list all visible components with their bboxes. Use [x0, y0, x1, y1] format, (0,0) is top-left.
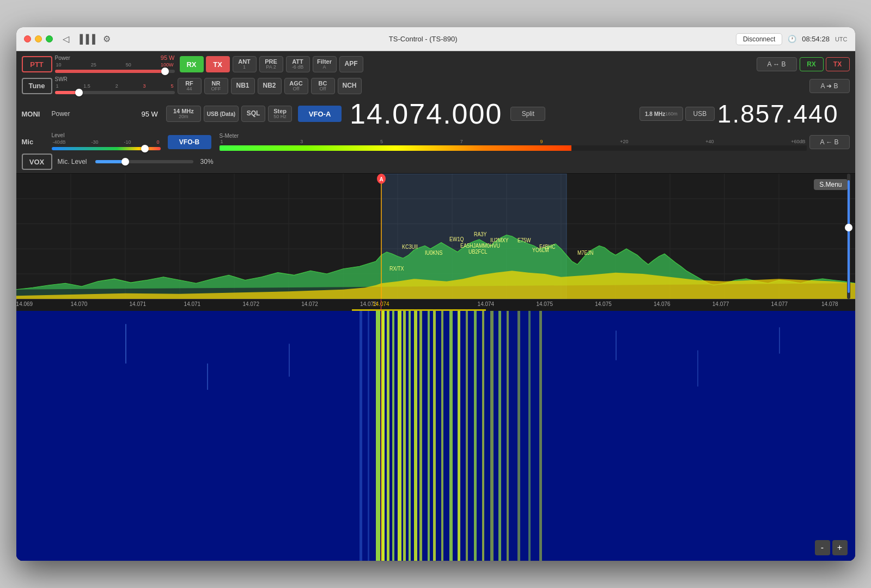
- mic-level-label: Mic. Level: [58, 158, 87, 166]
- svg-rect-61: [539, 311, 542, 561]
- ab-swap-button[interactable]: A ↔ B: [757, 57, 797, 71]
- tx-right-button[interactable]: TX: [826, 57, 850, 71]
- freq-a-display[interactable]: 14.074.000: [350, 97, 502, 130]
- svg-rect-46: [414, 311, 417, 561]
- svg-rect-58: [507, 311, 509, 561]
- freq-b-display[interactable]: 1.857.440: [717, 99, 839, 128]
- waterfall-view[interactable]: - +: [16, 311, 855, 561]
- nr-button[interactable]: NR OFF: [204, 78, 228, 94]
- swr-slider-area: SWR 11.5235: [55, 76, 175, 95]
- svg-text:KC3UII: KC3UII: [402, 243, 418, 250]
- svg-text:E75W: E75W: [517, 237, 531, 244]
- ant-button[interactable]: ANT 1: [233, 56, 257, 72]
- vfo-a-button[interactable]: VFO-A: [298, 106, 342, 122]
- att-button[interactable]: ATT -6 dB: [286, 56, 310, 72]
- apf-button[interactable]: APF: [339, 56, 363, 72]
- nb1-button[interactable]: NB1: [231, 78, 255, 94]
- level-ticks: -40dB-30-100: [52, 139, 161, 145]
- band-button[interactable]: 1.8 MHz 160m: [639, 107, 683, 121]
- settings-icon[interactable]: ⚙: [103, 34, 111, 44]
- vox-button[interactable]: VOX: [22, 154, 52, 170]
- tx-button[interactable]: TX: [206, 56, 230, 72]
- freq-axis-inner: 14.069 14.070 14.071 14.071 14.072 14.07…: [16, 299, 855, 311]
- spectrum-container: A RX/TX RA3Y IU2MXY KC3UII EW1Q EA5HJAMM…: [16, 174, 855, 561]
- a-to-b-button[interactable]: A ➜ B: [809, 79, 850, 93]
- svg-rect-49: [433, 311, 436, 561]
- svg-text:YO6LM: YO6LM: [532, 247, 549, 253]
- power-ticks: 102550100W: [55, 62, 175, 68]
- window-title: TS-Control - (TS-890): [115, 35, 732, 43]
- zoom-controls: - +: [815, 540, 848, 555]
- smeter-bar: [220, 145, 807, 151]
- svg-rect-55: [482, 311, 484, 561]
- nch-button[interactable]: NCH: [338, 78, 362, 94]
- time-display: 08:54:28: [802, 35, 830, 43]
- smeter-label: S-Meter: [220, 133, 239, 139]
- maximize-button[interactable]: [46, 35, 53, 42]
- filter-button[interactable]: Filter A: [313, 56, 337, 72]
- a-from-b-button[interactable]: A ← B: [809, 135, 850, 149]
- agc-button[interactable]: AGC Off: [284, 78, 308, 94]
- freq-axis-marker: [381, 299, 381, 311]
- smeter-area: S-Meter 13579+20+40+60dB: [220, 133, 807, 151]
- power-reading: 95 W: [142, 110, 158, 118]
- svg-rect-65: [616, 330, 617, 360]
- rx-right-button[interactable]: RX: [800, 57, 824, 71]
- svg-rect-64: [289, 344, 290, 376]
- vfo-b-button[interactable]: VFO-B: [168, 135, 211, 149]
- close-button[interactable]: [24, 35, 31, 42]
- svg-rect-60: [528, 311, 531, 561]
- rx-tx-right-group: RX TX: [800, 57, 850, 71]
- sql-button[interactable]: SQL: [241, 106, 265, 122]
- spectrum-scroll-thumb[interactable]: [845, 224, 852, 231]
- rf-button[interactable]: RF 44: [178, 78, 202, 94]
- svg-rect-53: [466, 311, 468, 561]
- spectrum-svg: A RX/TX RA3Y IU2MXY KC3UII EW1Q EA5HJAMM…: [16, 174, 855, 299]
- freq-band-button[interactable]: 14 MHz 20m: [166, 106, 201, 122]
- row-3: MONI Power 95 W 14 MHz 20m USB (Data) SQ…: [22, 97, 850, 130]
- usb-button[interactable]: USB: [685, 107, 715, 121]
- svg-text:RA3Y: RA3Y: [474, 231, 487, 237]
- power-track[interactable]: [55, 70, 175, 73]
- rx-tx-group: RX TX: [180, 56, 230, 72]
- minimize-button[interactable]: [35, 35, 42, 42]
- svg-rect-67: [779, 327, 780, 353]
- mic-label: Mic: [22, 138, 49, 146]
- smenu-button[interactable]: S.Menu: [814, 179, 847, 190]
- svg-rect-39: [376, 311, 380, 561]
- main-window: ◁ ▐▐▐ ⚙ TS-Control - (TS-890) Disconnect…: [16, 27, 855, 561]
- svg-text:M7EJN: M7EJN: [577, 250, 593, 256]
- step-button[interactable]: Step 50 Hz: [268, 106, 292, 122]
- swr-track[interactable]: [55, 91, 175, 94]
- svg-rect-48: [428, 311, 430, 561]
- svg-text:IU0KNS: IU0KNS: [425, 250, 443, 256]
- svg-rect-43: [398, 311, 401, 561]
- ptt-button[interactable]: PTT: [22, 56, 52, 72]
- svg-rect-66: [697, 350, 698, 386]
- usb-data-button[interactable]: USB (Data): [204, 106, 239, 122]
- mic-level-track[interactable]: [95, 160, 193, 163]
- split-button[interactable]: Split: [510, 107, 545, 121]
- spectrum-view[interactable]: A RX/TX RA3Y IU2MXY KC3UII EW1Q EA5HJAMM…: [16, 174, 855, 299]
- svg-text:EA5HJAMM0HVU: EA5HJAMM0HVU: [460, 242, 500, 249]
- signal-icon: ▐▐▐: [77, 34, 95, 44]
- zoom-in-button[interactable]: +: [832, 540, 848, 555]
- disconnect-button[interactable]: Disconnect: [736, 33, 782, 45]
- power-text-label: Power: [52, 110, 95, 118]
- zoom-out-button[interactable]: -: [815, 540, 830, 555]
- swr-label: SWR: [55, 76, 68, 82]
- level-track[interactable]: [52, 147, 161, 150]
- svg-rect-52: [458, 311, 460, 561]
- rx-button[interactable]: RX: [180, 56, 204, 72]
- svg-rect-41: [387, 311, 389, 561]
- titlebar-right: Disconnect 🕐 08:54:28 UTC: [736, 33, 848, 45]
- volume-icon[interactable]: ◁: [63, 34, 69, 44]
- utc-label: UTC: [835, 36, 848, 42]
- freq-axis: 14.069 14.070 14.071 14.071 14.072 14.07…: [16, 299, 855, 311]
- svg-rect-51: [449, 311, 453, 561]
- pre-button[interactable]: PRE PA 2: [259, 56, 283, 72]
- nb2-button[interactable]: NB2: [258, 78, 282, 94]
- power-value: 95 W: [161, 54, 175, 61]
- bc-button[interactable]: BC Off: [311, 78, 335, 94]
- tune-button[interactable]: Tune: [22, 78, 52, 94]
